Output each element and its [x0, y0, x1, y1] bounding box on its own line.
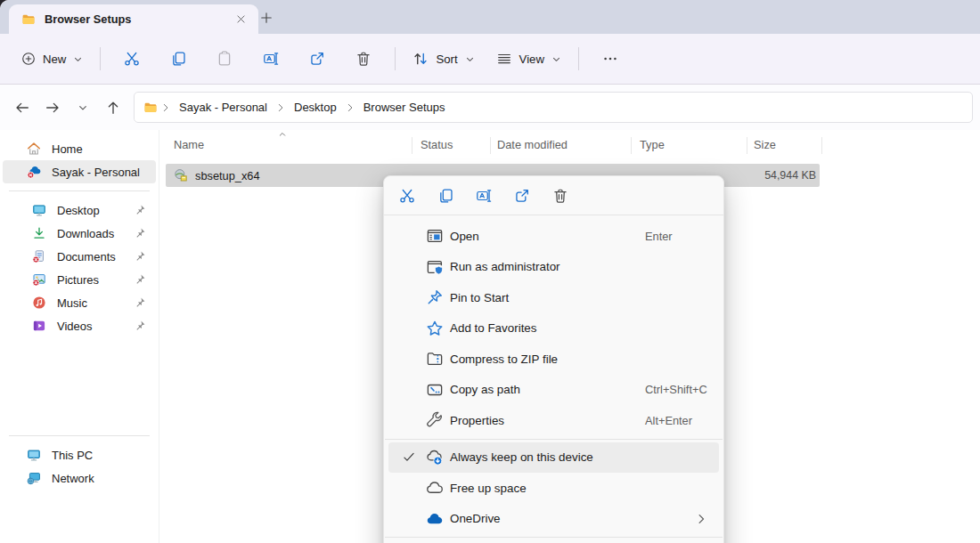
breadcrumb-item-desktop[interactable]: Desktop: [289, 98, 342, 117]
rename-button[interactable]: [253, 43, 289, 75]
sidebar-item-videos[interactable]: Videos: [3, 314, 156, 337]
new-tab-button[interactable]: [253, 6, 280, 28]
tab-browser-setups[interactable]: Browser Setups: [9, 4, 258, 34]
tab-close-button[interactable]: [230, 9, 251, 30]
address-bar[interactable]: Sayak - PersonalDesktopBrowser Setups: [134, 92, 973, 123]
chevron-down-icon: [551, 54, 561, 64]
trash-icon: [355, 51, 372, 67]
paste-button[interactable]: [207, 43, 242, 75]
sidebar-divider: [9, 190, 150, 191]
rename-button[interactable]: [466, 181, 502, 211]
copy-button[interactable]: [428, 181, 463, 211]
folder-icon: [143, 101, 158, 115]
column-header-type[interactable]: Type: [640, 138, 665, 151]
column-divider[interactable]: [631, 137, 632, 154]
shortcut-label: Ctrl+Shift+C: [645, 383, 707, 396]
sidebar-item-home[interactable]: Home: [3, 137, 156, 160]
forward-button[interactable]: [37, 93, 68, 123]
share-button[interactable]: [504, 181, 540, 211]
chevron-right-icon[interactable]: [160, 102, 171, 113]
sidebar-item-desktop[interactable]: Desktop: [3, 199, 156, 222]
new-button[interactable]: New: [12, 43, 92, 75]
sidebar-item-label: Home: [52, 142, 83, 156]
sidebar-item-documents[interactable]: Documents: [3, 245, 156, 268]
check-column-spacer: [398, 383, 420, 396]
pin-to-start-icon: [426, 288, 444, 306]
pin-icon: [134, 227, 146, 239]
context-menu-item-add-to-favorites[interactable]: Add to Favorites: [388, 313, 719, 344]
delete-button[interactable]: [543, 181, 578, 211]
sidebar-item-pictures[interactable]: Pictures: [3, 268, 156, 291]
check-column-spacer: [398, 230, 420, 243]
context-menu-item-onedrive[interactable]: OneDrive: [388, 504, 719, 535]
view-lines-icon: [496, 51, 512, 67]
column-header-status[interactable]: Status: [421, 138, 453, 151]
rename-icon: [476, 188, 492, 204]
pin-icon: [134, 204, 146, 216]
onedrive-icon: [426, 510, 444, 528]
more-options-button[interactable]: [592, 43, 628, 75]
context-menu: OpenEnterRun as administratorPin to Star…: [383, 175, 724, 543]
chevron-right-icon[interactable]: [345, 102, 355, 113]
context-menu-item-copy-as-path[interactable]: Copy as pathCtrl+Shift+C: [388, 375, 719, 406]
column-divider[interactable]: [490, 137, 491, 154]
context-menu-item-open[interactable]: OpenEnter: [388, 221, 719, 252]
icon-videos-icon: [32, 319, 46, 333]
breadcrumb-item-sayak-personal[interactable]: Sayak - Personal: [174, 98, 273, 117]
cloud-keep-icon: [426, 449, 444, 466]
sidebar-item-this-pc[interactable]: This PC: [3, 443, 156, 466]
context-menu-item-always-keep-on-this-device[interactable]: Always keep on this device: [388, 442, 719, 474]
check-column-spacer: [398, 291, 420, 304]
icon-home-icon: [27, 142, 41, 156]
submenu-arrow-icon: [694, 512, 708, 526]
trash-icon: [552, 188, 568, 204]
context-menu-item-properties[interactable]: PropertiesAlt+Enter: [388, 405, 719, 436]
recent-locations-button[interactable]: [68, 93, 98, 123]
chevron-right-icon[interactable]: [275, 102, 286, 113]
cut-button[interactable]: [114, 43, 150, 75]
sidebar-item-network[interactable]: Network: [3, 466, 156, 490]
up-button[interactable]: [98, 93, 128, 123]
column-divider[interactable]: [412, 137, 412, 154]
cut-button[interactable]: [389, 181, 425, 211]
icon-this-pc-icon: [27, 448, 41, 462]
context-menu-item-free-up-space[interactable]: Free up space: [388, 473, 719, 504]
check-column-spacer: [398, 414, 420, 427]
sort-button[interactable]: Sort: [404, 43, 483, 75]
back-button[interactable]: [7, 93, 37, 123]
sort-arrows-icon: [412, 51, 429, 67]
installer-file-icon: [174, 168, 188, 182]
check-column-spacer: [398, 353, 420, 366]
column-header-size[interactable]: Size: [754, 138, 776, 151]
context-menu-item-pin-to-start[interactable]: Pin to Start: [388, 282, 719, 313]
view-button[interactable]: View: [487, 43, 570, 75]
breadcrumb-item-browser-setups[interactable]: Browser Setups: [358, 98, 451, 117]
context-menu-item-compress-to-zip-file[interactable]: Compress to ZIP file: [388, 344, 719, 375]
open-icon: [426, 227, 444, 245]
sidebar: HomeSayak - PersonalDesktopDownloadsDocu…: [0, 130, 159, 543]
view-button-label: View: [519, 53, 544, 66]
scissors-icon: [399, 188, 415, 204]
check-column-spacer: [398, 260, 420, 273]
delete-button[interactable]: [346, 43, 381, 75]
file-explorer-window: Browser Setups New Sort View: [0, 0, 980, 543]
icon-onedrive-error-icon: [27, 165, 41, 179]
cloud-free-icon: [426, 479, 444, 497]
column-divider[interactable]: [747, 137, 747, 154]
column-header-date-modified[interactable]: Date modified: [497, 138, 568, 151]
column-header-name[interactable]: Name: [174, 138, 204, 151]
sidebar-item-sayak-personal[interactable]: Sayak - Personal: [3, 160, 156, 183]
sidebar-item-label: Pictures: [57, 273, 99, 287]
copy-button[interactable]: [160, 43, 196, 75]
sidebar-item-downloads[interactable]: Downloads: [3, 222, 156, 245]
check-icon: [398, 450, 420, 464]
context-menu-item-run-as-administrator[interactable]: Run as administrator: [388, 252, 719, 283]
share-button[interactable]: [299, 43, 335, 75]
sidebar-item-label: Videos: [57, 320, 93, 333]
column-divider[interactable]: [821, 137, 822, 154]
sidebar-item-music[interactable]: Music: [3, 291, 156, 314]
favorites-star-icon: [426, 320, 444, 337]
context-menu-item-label: Free up space: [450, 482, 527, 495]
context-menu-items: OpenEnterRun as administratorPin to Star…: [384, 215, 723, 538]
sidebar-spacer: [0, 337, 159, 428]
